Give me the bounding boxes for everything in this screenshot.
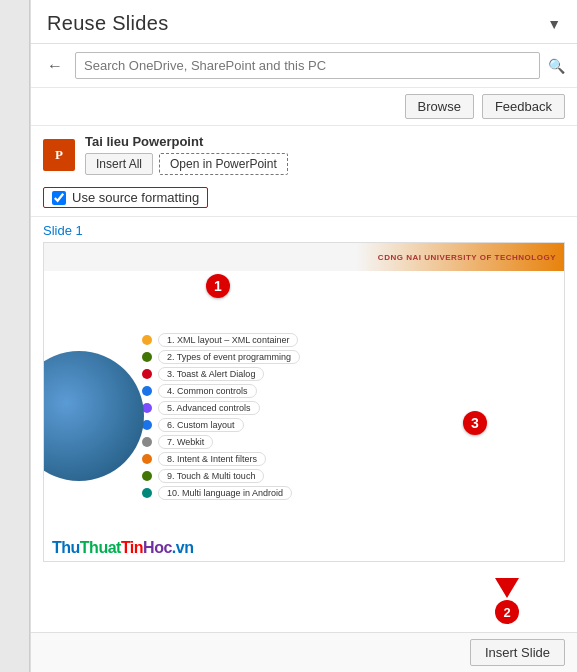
action-row: Browse Feedback: [31, 88, 577, 126]
browse-button[interactable]: Browse: [405, 94, 474, 119]
list-item-text: 8. Intent & Intent filters: [158, 452, 266, 466]
bottom-bar: Insert Slide: [31, 632, 577, 672]
list-item-text: 7. Webkit: [158, 435, 213, 449]
watermark-vn: .vn: [172, 539, 194, 556]
search-input[interactable]: [75, 52, 540, 79]
slide-list-item: 6. Custom layout: [142, 418, 556, 432]
panel-title: Reuse Slides: [47, 12, 168, 35]
list-dot: [142, 335, 152, 345]
file-row: 1 P Tai lieu Powerpoint Insert All Open …: [31, 126, 577, 183]
reuse-slides-panel: Reuse Slides ▼ ← 🔍 Browse Feedback 1 P T…: [30, 0, 577, 672]
list-dot: [142, 454, 152, 464]
list-dot: [142, 386, 152, 396]
slide-list-item: 10. Multi language in Android: [142, 486, 556, 500]
slide-list-item: 9. Touch & Multi touch: [142, 469, 556, 483]
file-name: Tai lieu Powerpoint: [85, 134, 565, 149]
university-text: CDNG NAI UNIVERSITY OF TECHNOLOGY: [378, 253, 556, 262]
list-item-text: 2. Types of event programming: [158, 350, 300, 364]
formatting-label[interactable]: Use source formatting: [43, 187, 208, 208]
slide-label: Slide 1: [31, 217, 577, 242]
watermark-tin: Tin: [121, 539, 143, 556]
slide-thumbnail-container: CDNG NAI UNIVERSITY OF TECHNOLOGY 1. XML…: [31, 242, 577, 632]
formatting-checkbox[interactable]: [52, 191, 66, 205]
back-arrow-icon[interactable]: ←: [43, 55, 67, 77]
blue-circle: [43, 351, 144, 481]
open-powerpoint-button[interactable]: Open in PowerPoint: [159, 153, 288, 175]
feedback-button[interactable]: Feedback: [482, 94, 565, 119]
badge-3: 3: [463, 411, 487, 435]
slide-circle-area: [44, 271, 134, 561]
search-row: ← 🔍: [31, 44, 577, 88]
watermark-thu: Thu: [52, 539, 80, 556]
watermark: ThuThuatTinHoc.vn: [44, 535, 564, 561]
list-dot: [142, 369, 152, 379]
insert-all-button[interactable]: Insert All: [85, 153, 153, 175]
search-icon[interactable]: 🔍: [548, 58, 565, 74]
list-item-text: 9. Touch & Multi touch: [158, 469, 264, 483]
list-item-text: 6. Custom layout: [158, 418, 244, 432]
slide-list-item: 3. Toast & Alert Dialog: [142, 367, 556, 381]
list-dot: [142, 352, 152, 362]
slide-header-bar: CDNG NAI UNIVERSITY OF TECHNOLOGY: [44, 243, 564, 271]
badge-1: 1: [206, 274, 230, 298]
file-info: Tai lieu Powerpoint Insert All Open in P…: [85, 134, 565, 175]
slide-thumbnail: CDNG NAI UNIVERSITY OF TECHNOLOGY 1. XML…: [43, 242, 565, 562]
slide-list-item: 8. Intent & Intent filters: [142, 452, 556, 466]
badge-2-arrow: 2: [495, 578, 519, 624]
list-item-text: 3. Toast & Alert Dialog: [158, 367, 264, 381]
slide-body: 1. XML layout – XML container2. Types of…: [44, 271, 564, 561]
watermark-hoc: Hoc: [143, 539, 172, 556]
powerpoint-icon: P: [43, 139, 75, 171]
slide-list-item: 2. Types of event programming: [142, 350, 556, 364]
slide-list-item: 7. Webkit: [142, 435, 556, 449]
arrow-down-icon: [495, 578, 519, 598]
insert-slide-button[interactable]: Insert Slide: [470, 639, 565, 666]
list-item-text: 10. Multi language in Android: [158, 486, 292, 500]
dropdown-icon[interactable]: ▼: [547, 16, 561, 32]
panel-header: Reuse Slides ▼: [31, 0, 577, 44]
formatting-text: Use source formatting: [72, 190, 199, 205]
list-item-text: 1. XML layout – XML container: [158, 333, 298, 347]
left-panel: [0, 0, 30, 672]
list-dot: [142, 488, 152, 498]
list-item-text: 5. Advanced controls: [158, 401, 260, 415]
badge-2: 2: [495, 600, 519, 624]
list-dot: [142, 437, 152, 447]
file-actions: Insert All Open in PowerPoint: [85, 153, 565, 175]
watermark-thuat: Thuat: [80, 539, 121, 556]
slide-list-item: 1. XML layout – XML container: [142, 333, 556, 347]
list-item-text: 4. Common controls: [158, 384, 257, 398]
watermark-text: ThuThuatTinHoc.vn: [52, 539, 193, 557]
list-dot: [142, 471, 152, 481]
slide-list-item: 5. Advanced controls: [142, 401, 556, 415]
slide-list-item: 4. Common controls: [142, 384, 556, 398]
slide-content-list: 1. XML layout – XML container2. Types of…: [134, 271, 564, 561]
formatting-row: Use source formatting 3: [31, 183, 577, 217]
